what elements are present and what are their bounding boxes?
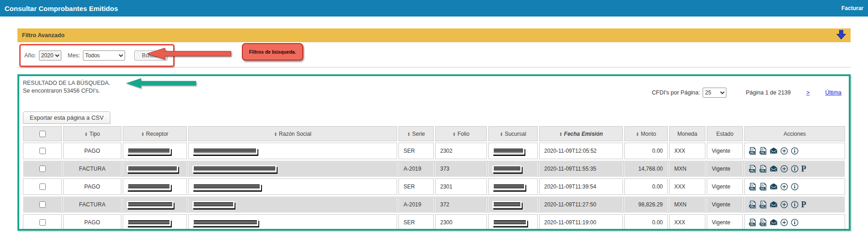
- cell-receptor: [123, 143, 187, 159]
- redacted-receptor: [127, 183, 171, 190]
- red-annotation-arrow: [146, 47, 232, 62]
- redacted-sucursal: [492, 201, 522, 208]
- cell-monto: 0.00: [624, 143, 668, 159]
- cell-razon-social: [188, 178, 397, 195]
- download-pdf-icon[interactable]: PDF: [759, 200, 767, 209]
- cell-serie: SER: [399, 214, 434, 231]
- cell-fecha-emision: 2020-11-09T11:19:00: [539, 214, 623, 231]
- facturar-link[interactable]: Facturar: [841, 5, 863, 11]
- info-icon[interactable]: [791, 200, 799, 209]
- cell-tipo: FACTURA: [63, 161, 121, 177]
- sort-icon: ▲▼: [559, 132, 562, 136]
- collapse-arrow-icon[interactable]: [836, 29, 846, 42]
- cell-receptor: [123, 178, 187, 195]
- cell-folio: 373: [435, 161, 487, 177]
- cell-monto: 14,768.00: [624, 161, 668, 177]
- redacted-sucursal: [492, 183, 525, 190]
- row-checkbox[interactable]: [39, 166, 46, 172]
- green-annotation-arrow: [125, 78, 197, 91]
- col-header-razon-social[interactable]: ▲▼Razón Social: [188, 126, 397, 141]
- add-icon[interactable]: [780, 147, 788, 155]
- download-xml-icon[interactable]: XML: [748, 147, 757, 155]
- row-checkbox[interactable]: [39, 201, 46, 208]
- cell-acciones: XML PDF: [744, 178, 845, 195]
- email-icon[interactable]: [770, 147, 778, 155]
- redacted-razon-social: [192, 166, 277, 172]
- sort-icon: ▲▼: [274, 132, 277, 136]
- col-header-fecha-emision[interactable]: ▲▼Fecha Emisión: [539, 126, 623, 141]
- add-icon[interactable]: [780, 183, 788, 191]
- pago-relation-icon[interactable]: P: [801, 165, 806, 173]
- add-icon[interactable]: [780, 218, 788, 227]
- svg-text:XML: XML: [750, 151, 754, 154]
- download-xml-icon[interactable]: XML: [748, 183, 757, 191]
- table-row: FACTURA A-2019 373 2020-11-09T11:55:35 1…: [23, 161, 845, 177]
- col-header-moneda: Moneda: [669, 126, 705, 141]
- download-xml-icon[interactable]: XML: [748, 165, 757, 173]
- divider: [17, 67, 851, 67]
- cell-estado: Vigente: [707, 178, 743, 195]
- info-icon[interactable]: [791, 218, 799, 227]
- redacted-receptor: [127, 201, 174, 208]
- sort-icon: ▲▼: [407, 132, 410, 136]
- row-checkbox[interactable]: [39, 219, 46, 226]
- sort-icon: ▲▼: [500, 132, 502, 136]
- filter-panel-header[interactable]: Filtro Avanzado: [17, 28, 851, 42]
- cell-estado: Vigente: [707, 161, 743, 177]
- export-csv-button[interactable]: Exportar esta página a CSV: [23, 111, 110, 124]
- next-page-link[interactable]: >: [806, 89, 809, 96]
- redacted-receptor: [127, 219, 171, 226]
- col-header-sucursal[interactable]: ▲▼Sucursal: [488, 126, 538, 141]
- download-pdf-icon[interactable]: PDF: [759, 147, 767, 155]
- cell-estado: Vigente: [707, 196, 743, 213]
- cell-receptor: [123, 161, 187, 177]
- pago-relation-icon[interactable]: P: [801, 200, 806, 209]
- cell-tipo: FACTURA: [63, 196, 121, 213]
- row-checkbox[interactable]: [39, 148, 46, 154]
- col-header-folio[interactable]: ▲▼Folio: [435, 126, 487, 141]
- redacted-razon-social: [192, 201, 235, 208]
- add-icon[interactable]: [780, 165, 788, 173]
- cell-sucursal: [488, 196, 538, 213]
- download-pdf-icon[interactable]: PDF: [759, 218, 767, 227]
- redacted-razon-social: [192, 219, 258, 226]
- cell-monto: 98,826.29: [624, 196, 668, 213]
- per-page-select[interactable]: 25: [703, 88, 726, 98]
- info-icon[interactable]: [791, 147, 799, 155]
- row-checkbox[interactable]: [39, 183, 46, 190]
- download-pdf-icon[interactable]: PDF: [759, 165, 767, 173]
- email-icon[interactable]: [770, 183, 778, 191]
- info-icon[interactable]: [791, 183, 799, 191]
- redacted-sucursal: [492, 219, 527, 226]
- select-all-checkbox[interactable]: [39, 131, 46, 137]
- last-page-link[interactable]: Última: [825, 89, 841, 96]
- cell-fecha-emision: 2020-11-09T11:39:54: [539, 178, 623, 195]
- cell-select: [23, 161, 62, 177]
- cell-select: [23, 214, 62, 231]
- email-icon[interactable]: [770, 218, 778, 227]
- col-header-receptor[interactable]: ▲▼Receptor: [123, 126, 187, 141]
- col-header-select-all: [23, 126, 62, 141]
- download-xml-icon[interactable]: XML: [748, 200, 757, 209]
- cell-tipo: PAGO: [63, 214, 121, 231]
- filter-panel-title: Filtro Avanzado: [22, 32, 65, 39]
- svg-text:XML: XML: [750, 169, 754, 172]
- svg-text:PDF: PDF: [761, 223, 765, 225]
- cell-razon-social: [188, 196, 397, 213]
- download-xml-icon[interactable]: XML: [748, 218, 757, 227]
- cell-select: [23, 178, 62, 195]
- year-select[interactable]: 2020: [39, 50, 61, 61]
- svg-text:PDF: PDF: [761, 151, 765, 154]
- month-select[interactable]: Todos: [83, 50, 125, 61]
- email-icon[interactable]: [770, 200, 778, 209]
- redacted-receptor: [127, 166, 178, 172]
- col-header-tipo[interactable]: ▲▼Tipo: [63, 126, 121, 141]
- email-icon[interactable]: [770, 165, 778, 173]
- info-icon[interactable]: [791, 165, 799, 173]
- month-label: Mes:: [68, 52, 80, 59]
- redacted-razon-social: [192, 183, 261, 190]
- download-pdf-icon[interactable]: PDF: [759, 183, 767, 191]
- col-header-serie[interactable]: ▲▼Serie: [399, 126, 434, 141]
- add-icon[interactable]: [780, 200, 788, 209]
- col-header-monto[interactable]: ▲▼Monto: [624, 126, 668, 141]
